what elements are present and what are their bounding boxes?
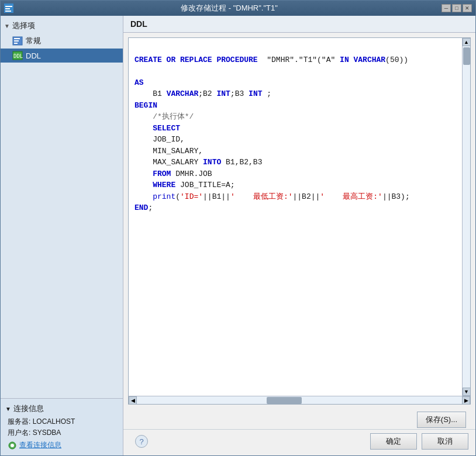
sidebar-section-label: 选择项 <box>12 20 35 31</box>
panel-header: DDL <box>123 16 475 33</box>
window-icon <box>4 4 13 13</box>
svg-rect-1 <box>5 6 12 7</box>
save-row: 保存(S)... <box>123 409 475 429</box>
svg-point-11 <box>11 444 14 447</box>
editor-area[interactable]: CREATE OR REPLACE PROCEDURE "DMHR"."T1"(… <box>128 37 471 405</box>
bottom-buttons: ? 确定 取消 <box>123 429 475 455</box>
scroll-up-button[interactable]: ▲ <box>463 38 471 46</box>
section-arrow-icon: ▼ <box>4 23 10 29</box>
right-panel: DDL CREATE OR REPLACE PROCEDURE "DMHR"."… <box>123 16 475 455</box>
scroll-thumb-vertical[interactable] <box>463 47 470 65</box>
connection-link-label: 查看连接信息 <box>19 440 61 450</box>
ddl-icon: DDL <box>12 51 23 60</box>
editor-container: CREATE OR REPLACE PROCEDURE "DMHR"."T1"(… <box>123 33 475 409</box>
sidebar-item-changgui[interactable]: 常规 <box>1 33 123 49</box>
footer: 保存(S)... ? 确定 取消 <box>123 409 475 455</box>
close-button[interactable]: ✕ <box>463 4 472 12</box>
editor-scroll-area: CREATE OR REPLACE PROCEDURE "DMHR"."T1"(… <box>129 38 470 396</box>
connection-info-label: 连接信息 <box>13 403 44 414</box>
svg-rect-5 <box>14 38 20 39</box>
svg-text:DDL: DDL <box>13 53 23 59</box>
minimize-button[interactable]: ─ <box>441 4 451 12</box>
scroll-thumb-horizontal[interactable] <box>267 397 302 404</box>
connection-info-section: ▼ 连接信息 服务器: LOCALHOST 用户名: SYSDBA 查看连接信息 <box>1 398 123 455</box>
scroll-right-button[interactable]: ▶ <box>462 396 470 405</box>
svg-rect-2 <box>5 8 10 9</box>
vertical-scrollbar[interactable]: ▲ ▼ <box>462 38 470 396</box>
horizontal-scrollbar[interactable]: ◀ ▶ <box>129 396 470 404</box>
main-content: ▼ 选择项 常规 <box>1 16 475 455</box>
connection-info-header: ▼ 连接信息 <box>5 402 118 416</box>
svg-rect-6 <box>14 40 19 42</box>
help-button[interactable]: ? <box>135 435 148 448</box>
sidebar: ▼ 选择项 常规 <box>1 16 123 455</box>
view-connection-link[interactable]: 查看连接信息 <box>5 438 118 452</box>
scroll-track-vertical[interactable] <box>463 46 471 388</box>
user-info: 用户名: SYSDBA <box>5 427 118 438</box>
ok-button[interactable]: 确定 <box>370 433 417 450</box>
code-editor[interactable]: CREATE OR REPLACE PROCEDURE "DMHR"."T1"(… <box>129 38 462 396</box>
changgui-label: 常规 <box>26 36 41 46</box>
scroll-left-button[interactable]: ◀ <box>129 396 137 405</box>
scroll-down-button[interactable]: ▼ <box>463 388 471 396</box>
save-button[interactable]: 保存(S)... <box>417 412 466 428</box>
changgui-icon <box>12 36 23 46</box>
cancel-button[interactable]: 取消 <box>422 433 468 450</box>
title-bar: 修改存储过程 - "DMHR"."T1" ─ □ ✕ <box>1 1 475 16</box>
main-window: 修改存储过程 - "DMHR"."T1" ─ □ ✕ ▼ 选择项 <box>0 0 476 456</box>
title-bar-controls: ─ □ ✕ <box>441 4 472 12</box>
svg-rect-3 <box>5 11 11 12</box>
window-title: 修改存储过程 - "DMHR"."T1" <box>17 3 441 13</box>
connection-link-icon <box>8 441 17 450</box>
ddl-label: DDL <box>26 51 41 60</box>
maximize-button[interactable]: □ <box>452 4 461 12</box>
svg-rect-7 <box>14 43 18 44</box>
bottom-left: ? <box>130 433 365 450</box>
sidebar-section-header[interactable]: ▼ 选择项 <box>1 18 123 33</box>
scroll-track-horizontal[interactable] <box>137 396 462 405</box>
sidebar-item-ddl[interactable]: DDL DDL <box>1 49 123 63</box>
server-info: 服务器: LOCALHOST <box>5 416 118 427</box>
